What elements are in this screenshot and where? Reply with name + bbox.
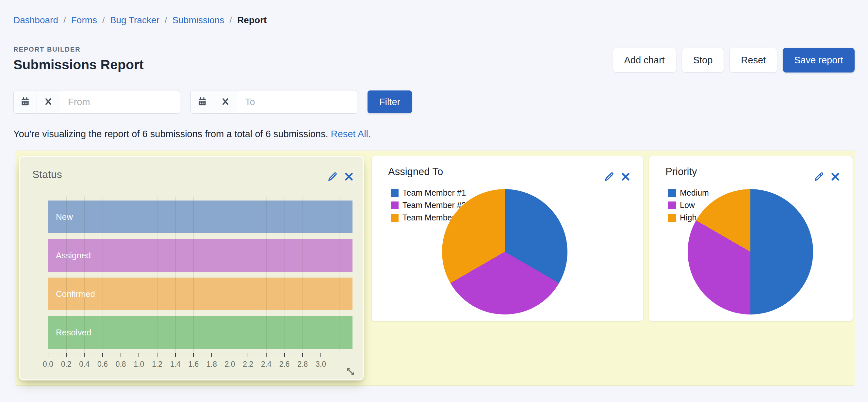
x-axis-tick — [102, 353, 103, 357]
gridline — [176, 196, 176, 353]
x-axis-tick — [193, 353, 194, 357]
report-builder-page: Dashboard/Forms/Bug Tracker/Submissions/… — [0, 15, 868, 386]
x-axis-tick — [175, 353, 176, 357]
charts-dropzone: Status — [15, 151, 855, 386]
legend-label: Low — [680, 200, 695, 210]
x-axis-line — [48, 353, 321, 353]
from-date-input[interactable] — [60, 90, 180, 113]
breadcrumb-separator: / — [63, 15, 66, 26]
filter-button[interactable]: Filter — [368, 90, 412, 113]
x-tick-label: 1.6 — [188, 360, 198, 369]
priority-pie-chart — [688, 189, 813, 314]
add-chart-button[interactable]: Add chart — [613, 48, 676, 72]
gridline — [102, 196, 103, 353]
pencil-icon — [327, 171, 338, 182]
x-tick-label: 2.4 — [261, 360, 272, 369]
gridline — [139, 196, 139, 353]
x-axis-tick — [138, 353, 139, 357]
reset-button[interactable]: Reset — [730, 48, 777, 72]
legend-swatch — [391, 189, 399, 197]
gridline — [157, 196, 157, 353]
assigned-to-pie-chart — [442, 189, 567, 314]
save-report-button[interactable]: Save report — [783, 48, 855, 72]
stop-button[interactable]: Stop — [682, 48, 724, 72]
legend-swatch — [668, 189, 676, 197]
x-axis-tick — [48, 353, 48, 357]
breadcrumb-item-forms[interactable]: Forms — [71, 15, 97, 26]
remove-chart-button[interactable] — [620, 171, 631, 182]
legend-swatch — [391, 214, 399, 222]
x-tick-label: 1.0 — [134, 360, 144, 369]
date-filter-bar: Filter — [13, 90, 855, 114]
bar-confirmed: Confirmed — [48, 278, 352, 310]
report-summary: You're visualizing the report of 6 submi… — [13, 129, 855, 140]
diagonal-resize-icon[interactable] — [345, 366, 356, 377]
status-bar-chart-plot: NewAssignedConfirmedResolved — [48, 196, 352, 353]
gridline — [66, 196, 67, 353]
x-tick-label: 0.2 — [61, 360, 71, 369]
x-tick-label: 0.0 — [43, 360, 53, 369]
to-calendar-button[interactable] — [191, 90, 214, 113]
legend-item-medium: Medium — [668, 188, 709, 197]
gridline — [266, 196, 267, 353]
bar-label: Assigned — [56, 239, 91, 272]
legend-swatch — [391, 202, 399, 209]
priority-chart-actions — [813, 171, 841, 182]
gridline — [84, 196, 85, 353]
pencil-icon — [813, 171, 825, 182]
x-clear-icon — [44, 98, 52, 106]
reset-all-link[interactable]: Reset All. — [331, 129, 371, 139]
breadcrumb: Dashboard/Forms/Bug Tracker/Submissions/… — [13, 15, 855, 26]
assigned-to-chart-actions — [604, 171, 631, 182]
x-tick-label: 1.2 — [152, 360, 162, 369]
gridline — [121, 196, 121, 353]
legend-swatch — [668, 202, 676, 209]
edit-chart-button[interactable] — [327, 171, 338, 182]
breadcrumb-separator: / — [102, 15, 105, 26]
page-title: Submissions Report — [13, 57, 144, 72]
priority-chart-title: Priority — [665, 166, 697, 178]
bar-new: New — [48, 200, 352, 233]
breadcrumb-item-submissions[interactable]: Submissions — [173, 15, 224, 26]
remove-chart-button[interactable] — [343, 171, 354, 182]
breadcrumb-separator: / — [165, 15, 167, 26]
assigned-to-chart-panel[interactable]: Assigned To — [371, 156, 643, 321]
from-date-group — [13, 90, 180, 114]
to-clear-button[interactable] — [214, 90, 237, 113]
gridline — [230, 196, 230, 353]
remove-chart-button[interactable] — [830, 171, 841, 182]
legend-swatch — [668, 214, 676, 222]
page-header: REPORT BUILDER Submissions Report Add ch… — [13, 46, 855, 72]
close-icon — [830, 171, 841, 182]
x-tick-label: 1.8 — [207, 360, 217, 369]
calendar-icon — [20, 97, 30, 107]
x-axis-tick — [230, 353, 230, 357]
breadcrumb-item-dashboard[interactable]: Dashboard — [13, 15, 58, 26]
pencil-icon — [604, 171, 615, 182]
x-axis-tick — [66, 353, 67, 357]
from-calendar-button[interactable] — [14, 90, 37, 113]
edit-chart-button[interactable] — [813, 171, 825, 182]
to-date-input[interactable] — [237, 90, 357, 113]
bar-assigned: Assigned — [48, 239, 352, 272]
breadcrumb-separator: / — [229, 15, 232, 26]
legend-label: High — [680, 213, 696, 222]
x-tick-label: 2.0 — [225, 360, 235, 369]
priority-chart-panel[interactable]: Priority — [649, 156, 853, 321]
x-axis-tick — [284, 353, 285, 357]
legend-label: Team Member #2 — [402, 200, 466, 210]
status-chart-panel[interactable]: Status — [19, 156, 364, 380]
breadcrumb-item-bug-tracker[interactable]: Bug Tracker — [110, 15, 159, 26]
gridline — [339, 196, 339, 353]
x-axis-tick — [302, 353, 303, 357]
x-axis-tick — [121, 353, 121, 357]
edit-chart-button[interactable] — [604, 171, 615, 182]
x-tick-label: 2.8 — [297, 360, 308, 369]
from-clear-button[interactable] — [37, 90, 60, 113]
bar-label: New — [56, 200, 73, 233]
legend-label: Team Member #1 — [402, 188, 466, 197]
legend-item-team-member-1: Team Member #1 — [391, 188, 466, 197]
bar-label: Resolved — [56, 316, 91, 349]
x-axis-tick — [84, 353, 85, 357]
x-tick-label: 2.6 — [279, 360, 290, 369]
